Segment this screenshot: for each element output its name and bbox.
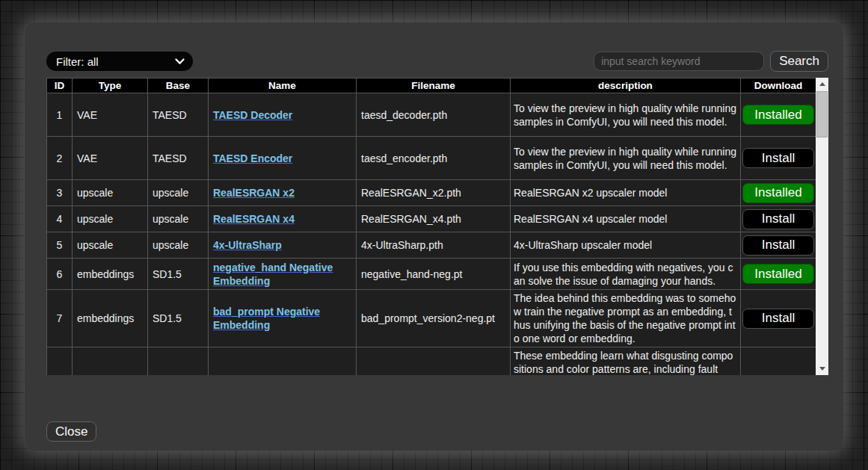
column-header-name: Name — [209, 78, 357, 93]
chevron-down-icon — [175, 58, 185, 65]
cell-download: Install — [741, 206, 816, 232]
cell-filename — [357, 347, 511, 376]
model-table: IDTypeBaseNameFilenamedescriptionDownloa… — [46, 78, 816, 375]
model-name-link[interactable]: TAESD Decoder — [213, 109, 292, 121]
cell-base: SD1.5 — [148, 290, 209, 347]
table-row: 2VAETAESDTAESD Encodertaesd_encoder.pthT… — [47, 137, 816, 180]
cell-id: 7 — [47, 290, 73, 347]
column-header-download: Download — [741, 78, 816, 93]
cell-download: Install — [741, 290, 816, 347]
installed-button[interactable]: Installed — [742, 105, 814, 125]
cell-name — [209, 347, 357, 376]
cell-name: negative_hand Negative Embedding — [209, 259, 357, 290]
cell-base: TAESD — [148, 137, 209, 180]
model-name-link[interactable]: 4x-UltraSharp — [213, 239, 282, 251]
cell-id: 3 — [47, 180, 73, 206]
cell-filename: bad_prompt_version2-neg.pt — [357, 290, 511, 347]
cell-base: TAESD — [148, 93, 209, 137]
cell-description: To view the preview in high quality whil… — [511, 93, 741, 137]
cell-id: 2 — [47, 137, 73, 180]
cell-description: These embedding learn what disgusting co… — [511, 347, 741, 376]
cell-type: embeddings — [73, 259, 148, 290]
cell-description: To view the preview in high quality whil… — [511, 137, 741, 180]
cell-description: 4x-UltraSharp upscaler model — [511, 232, 741, 259]
model-name-link[interactable]: RealESRGAN x2 — [213, 187, 295, 199]
model-manager-dialog: Filter: all Search IDTypeBaseNameFilenam… — [25, 22, 843, 451]
cell-base: upscale — [148, 180, 209, 206]
cell-description: RealESRGAN x4 upscaler model — [511, 206, 741, 232]
scroll-up-icon[interactable] — [816, 78, 828, 90]
cell-name: 4x-UltraSharp — [209, 232, 357, 259]
table-row: 3upscaleupscaleRealESRGAN x2RealESRGAN_x… — [47, 180, 816, 206]
cell-download: Install — [741, 232, 816, 259]
model-name-link[interactable]: RealESRGAN x4 — [213, 213, 295, 225]
cell-type — [73, 347, 148, 376]
column-header-type: Type — [73, 78, 148, 93]
model-name-link[interactable]: negative_hand Negative Embedding — [213, 262, 333, 287]
install-button[interactable]: Install — [742, 148, 814, 168]
cell-type: upscale — [73, 232, 148, 259]
filter-dropdown[interactable]: Filter: all — [46, 52, 193, 71]
cell-description: RealESRGAN x2 upscaler model — [511, 180, 741, 206]
cell-name: TAESD Decoder — [209, 93, 357, 137]
cell-filename: taesd_encoder.pth — [357, 137, 511, 180]
cell-filename: 4x-UltraSharp.pth — [357, 232, 511, 259]
cell-description: The idea behind this embedding was to so… — [511, 290, 741, 347]
cell-base: SD1.5 — [148, 259, 209, 290]
cell-id: 4 — [47, 206, 73, 232]
install-button[interactable]: Install — [742, 309, 814, 329]
search-group: Search — [594, 51, 828, 72]
cell-download — [741, 347, 816, 376]
cell-download: Install — [741, 137, 816, 180]
cell-base: upscale — [148, 206, 209, 232]
cell-download: Installed — [741, 259, 816, 290]
cell-name: TAESD Encoder — [209, 137, 357, 180]
search-input[interactable] — [594, 52, 764, 71]
installed-button[interactable]: Installed — [742, 183, 814, 203]
table-row: 1VAETAESDTAESD Decodertaesd_decoder.pthT… — [47, 93, 816, 137]
cell-filename: negative_hand-neg.pt — [357, 259, 511, 290]
search-button[interactable]: Search — [770, 51, 828, 72]
cell-base — [148, 347, 209, 376]
close-button[interactable]: Close — [46, 421, 96, 442]
scrollbar-thumb[interactable] — [816, 91, 828, 137]
cell-base: upscale — [148, 232, 209, 259]
cell-filename: RealESRGAN_x2.pth — [357, 180, 511, 206]
cell-id: 6 — [47, 259, 73, 290]
cell-download: Installed — [741, 180, 816, 206]
install-button[interactable]: Install — [742, 209, 814, 229]
column-header-base: Base — [148, 78, 209, 93]
filter-dropdown-value: Filter: all — [56, 55, 99, 68]
column-header-id: ID — [47, 78, 73, 93]
cell-download: Installed — [741, 93, 816, 137]
table-row: 6embeddingsSD1.5negative_hand Negative E… — [47, 259, 816, 290]
column-header-description: description — [511, 78, 741, 93]
cell-filename: taesd_decoder.pth — [357, 93, 511, 137]
table-row: 7embeddingsSD1.5bad_prompt Negative Embe… — [47, 290, 816, 347]
table-scrollbar[interactable] — [816, 78, 828, 375]
cell-type: VAE — [73, 93, 148, 137]
table-row: These embedding learn what disgusting co… — [47, 347, 816, 376]
model-name-link[interactable]: bad_prompt Negative Embedding — [213, 306, 320, 331]
cell-id: 1 — [47, 93, 73, 137]
cell-name: RealESRGAN x2 — [209, 180, 357, 206]
model-table-container: IDTypeBaseNameFilenamedescriptionDownloa… — [46, 78, 828, 375]
table-row: 4upscaleupscaleRealESRGAN x4RealESRGAN_x… — [47, 206, 816, 232]
model-name-link[interactable]: TAESD Encoder — [213, 152, 292, 164]
toolbar: Filter: all Search — [46, 51, 828, 72]
model-table-viewport: IDTypeBaseNameFilenamedescriptionDownloa… — [46, 78, 816, 375]
column-header-filename: Filename — [357, 78, 511, 93]
table-row: 5upscaleupscale4x-UltraSharp4x-UltraShar… — [47, 232, 816, 259]
installed-button[interactable]: Installed — [742, 264, 814, 284]
cell-type: embeddings — [73, 290, 148, 347]
install-button[interactable]: Install — [742, 235, 814, 256]
scroll-down-icon[interactable] — [816, 362, 828, 375]
cell-description: If you use this embedding with negatives… — [511, 259, 741, 290]
cell-type: upscale — [73, 206, 148, 232]
cell-id: 5 — [47, 232, 73, 259]
cell-name: RealESRGAN x4 — [209, 206, 357, 232]
cell-type: VAE — [73, 137, 148, 180]
cell-type: upscale — [73, 180, 148, 206]
cell-filename: RealESRGAN_x4.pth — [357, 206, 511, 232]
cell-name: bad_prompt Negative Embedding — [209, 290, 357, 347]
